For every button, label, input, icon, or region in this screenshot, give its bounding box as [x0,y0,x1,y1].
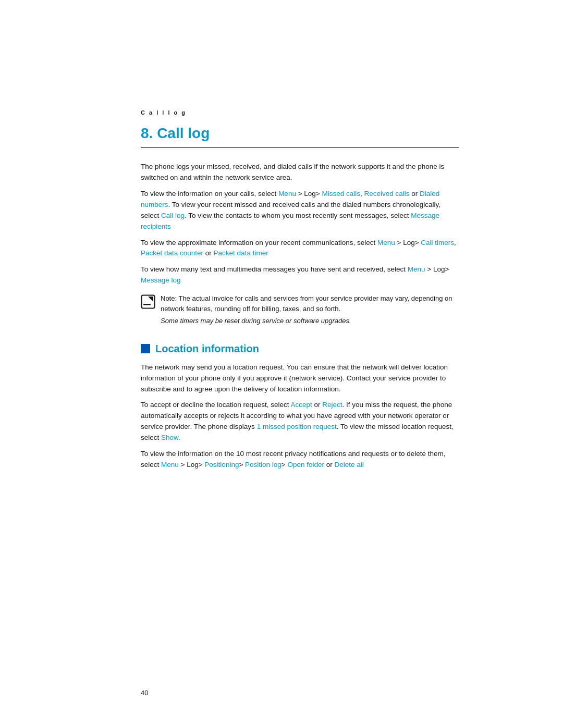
message-log-link[interactable]: Message log [141,276,181,284]
page-container: C a l l l o g 8. Call log The phone logs… [0,0,563,728]
call-timers-link[interactable]: Call timers [421,239,454,246]
location-info-heading: Location information [141,343,459,355]
call-log-para2: To view the information on your calls, s… [141,189,459,232]
accept-link[interactable]: Accept [290,401,312,409]
call-log-para3: To view the approximate information on y… [141,238,459,260]
missed-position-link[interactable]: 1 missed position request [257,423,337,430]
note-content: Note: The actual invoice for calls and s… [161,293,459,331]
menu-link-2[interactable]: Menu [377,239,395,246]
location-info-heading-text: Location information [155,343,259,355]
location-para3: To view the information on the 10 most r… [141,449,459,471]
menu-link-1[interactable]: Menu [278,190,296,198]
chapter-label: C a l l l o g [141,109,459,116]
note-main-text: Note: The actual invoice for calls and s… [161,293,459,314]
position-log-link[interactable]: Position log [245,461,282,468]
note-box: Note: The actual invoice for calls and s… [141,293,459,331]
page-number: 40 [141,689,148,697]
reject-link[interactable]: Reject [322,401,342,409]
delete-all-link[interactable]: Delete all [335,461,364,468]
svg-rect-2 [143,304,151,305]
chapter-heading: 8. Call log [141,125,459,148]
show-link[interactable]: Show [161,434,178,441]
content-area: C a l l l o g 8. Call log The phone logs… [141,0,459,471]
menu-link-3[interactable]: Menu [408,265,425,273]
note-icon [141,294,155,309]
location-para1: The network may send you a location requ… [141,362,459,395]
positioning-link[interactable]: Positioning [204,461,239,468]
packet-data-counter-link[interactable]: Packet data counter [141,249,203,257]
packet-data-timer-link[interactable]: Packet data timer [214,249,268,257]
location-para2: To accept or decline the location reques… [141,400,459,443]
call-log-para1: The phone logs your missed, received, an… [141,162,459,183]
section-icon [141,344,150,353]
call-log-link[interactable]: Call log [161,212,185,219]
received-calls-link[interactable]: Received calls [364,190,410,198]
note-italic-text: Some timers may be reset during service … [161,316,459,326]
missed-calls-link[interactable]: Missed calls [322,190,360,198]
menu-link-4[interactable]: Menu [161,461,179,468]
open-folder-link[interactable]: Open folder [287,461,324,468]
call-log-para4: To view how many text and multimedia mes… [141,264,459,286]
